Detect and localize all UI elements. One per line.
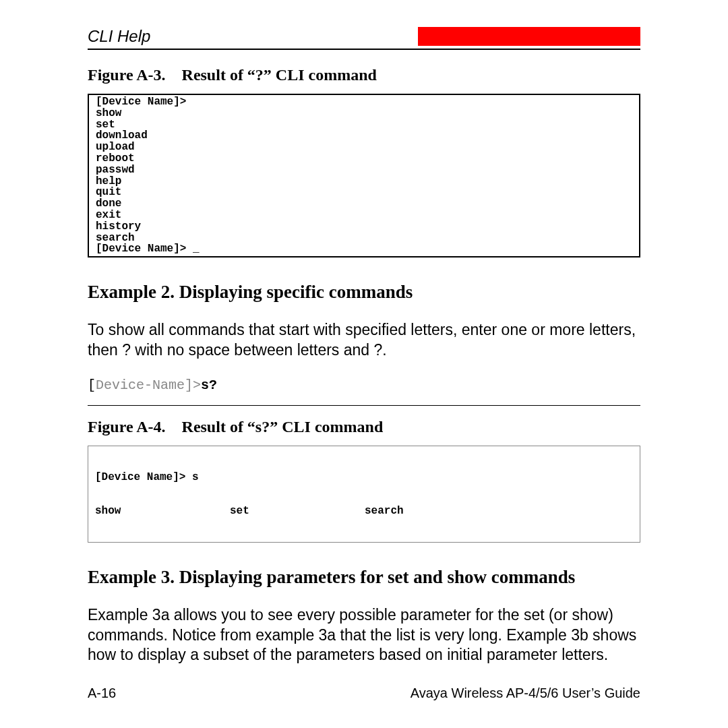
example-2-code: [Device-Name]>s? <box>88 377 640 393</box>
figure-a3-terminal: [Device Name]> show set download upload … <box>88 94 640 257</box>
code-prompt-text: Device-Name]> <box>96 377 201 393</box>
header-title: CLI Help <box>88 27 418 46</box>
example-2-body: To show all commands that start with spe… <box>88 320 640 360</box>
page-footer: A-16 Avaya Wireless AP-4/5/6 User’s Guid… <box>88 686 640 701</box>
header-rule <box>88 49 640 50</box>
footer-guide-title: Avaya Wireless AP-4/5/6 User’s Guide <box>411 686 640 701</box>
terminal-col-set: set <box>230 506 365 517</box>
figure-a4-prefix: Figure A-4. <box>88 418 166 435</box>
footer-page-number: A-16 <box>88 686 116 701</box>
header-red-block <box>418 27 640 46</box>
code-bracket: [ <box>88 377 96 393</box>
example-2-heading: Example 2. Displaying specific commands <box>88 282 640 303</box>
figure-a3-text: Result of “?” CLI command <box>182 66 377 84</box>
example-3-heading: Example 3. Displaying parameters for set… <box>88 567 640 588</box>
code-command: s? <box>201 377 217 393</box>
terminal-col-show: show <box>95 506 230 517</box>
figure-a3-prefix: Figure A-3. <box>88 66 166 84</box>
figure-a4-terminal: [Device Name]> s show set search <box>88 446 640 543</box>
divider-rule-1 <box>88 405 640 406</box>
figure-a4-caption: Figure A-4.Result of “s?” CLI command <box>88 418 640 436</box>
terminal-col-search: search <box>365 506 499 517</box>
figure-a4-text: Result of “s?” CLI command <box>182 418 384 435</box>
terminal-line-1: [Device Name]> s <box>95 472 633 483</box>
figure-a3-caption: Figure A-3.Result of “?” CLI command <box>88 66 640 84</box>
example-3-body: Example 3a allows you to see every possi… <box>88 605 640 665</box>
terminal-row-commands: show set search <box>95 506 633 517</box>
page-header: CLI Help <box>88 27 640 46</box>
